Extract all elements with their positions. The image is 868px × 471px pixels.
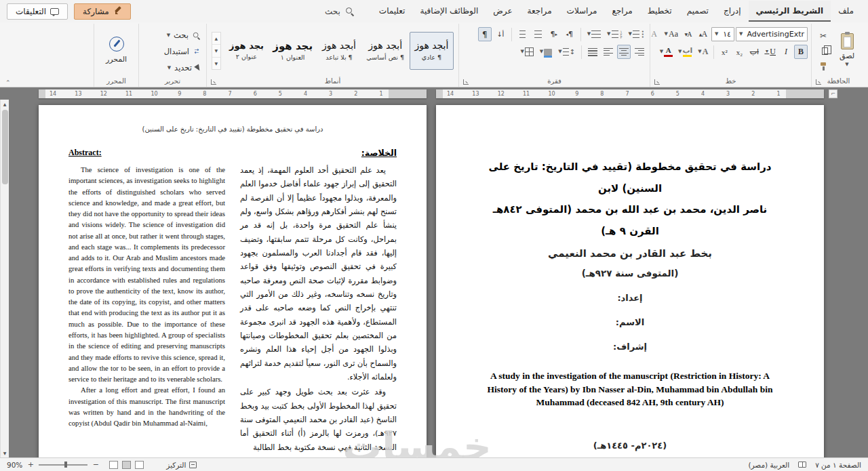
page-indicator[interactable]: الصفحة ١ من ٧ — [815, 461, 861, 469]
editor-button[interactable]: المحرر — [98, 25, 135, 75]
shrink-font-button[interactable]: A▼ — [682, 27, 695, 41]
strikethrough-button[interactable]: اب — [747, 45, 761, 59]
zoom-slider[interactable] — [39, 464, 87, 466]
scroll-down-icon[interactable]: ▼ — [3, 449, 7, 457]
print-layout-view-button[interactable] — [122, 461, 131, 469]
gallery-up-icon[interactable]: ▲ — [212, 33, 220, 45]
ruler-number: 4 — [302, 91, 309, 97]
copy-button[interactable] — [816, 44, 831, 58]
style-heading-1[interactable]: بجد هوز العنوان ١ — [271, 32, 315, 70]
rtl-text-direction-button[interactable]: ¶◂ — [563, 27, 576, 41]
collapse-ribbon-button[interactable]: ⌃ — [5, 79, 11, 86]
comments-label: التعليقات — [16, 7, 46, 16]
scroll-up-icon[interactable]: ▲ — [3, 100, 7, 108]
replace-button[interactable]: →← استبدال — [162, 44, 203, 59]
change-case-button[interactable]: Aa▼ — [663, 27, 680, 41]
zoom-slider-thumb[interactable] — [64, 462, 67, 468]
shading-button[interactable]: ▼ — [538, 45, 554, 59]
show-formatting-marks-button[interactable]: ¶ — [478, 27, 492, 41]
tab-help[interactable]: تعليمات — [372, 1, 413, 22]
bold-button[interactable]: B — [794, 45, 808, 59]
read-mode-view-button[interactable] — [135, 461, 144, 469]
underline-button[interactable]: U▼ — [762, 45, 778, 59]
title-line-1: دراسة في تحقيق مخطوطة (تقييد في التاريخ:… — [488, 161, 771, 194]
justify-button[interactable] — [586, 45, 599, 59]
tab-design[interactable]: تصميم — [679, 1, 716, 22]
font-name-select[interactable]: AdvertisingExtr ▼ — [736, 27, 808, 41]
borders-button[interactable]: ▼ — [518, 45, 535, 59]
tab-file[interactable]: ملف — [831, 1, 861, 22]
share-button[interactable]: مشاركة — [74, 3, 131, 20]
ribbon-search[interactable]: بحث — [325, 7, 354, 16]
font-group: AdvertisingExtr ▼ ١٤ ▼ A▲ A▼ Aa▼ A B I U… — [650, 24, 811, 87]
proofing-icon[interactable] — [798, 462, 806, 468]
chevron-down-icon: ▼ — [715, 32, 718, 37]
vertical-scrollbar[interactable]: ▲ ▼ — [0, 100, 9, 457]
superscript-button[interactable]: x² — [717, 45, 731, 59]
web-layout-view-button[interactable] — [109, 461, 118, 469]
doc-title-arabic: دراسة في تحقيق مخطوطة (تقييد في التاريخ:… — [478, 157, 782, 242]
style-normal[interactable]: أبجد هوز ¶ عادي — [410, 32, 454, 70]
grow-font-button[interactable]: A▲ — [696, 27, 710, 41]
italic-button[interactable]: I — [779, 45, 793, 59]
clipboard-dialog-launcher[interactable] — [816, 79, 821, 85]
line-spacing-button[interactable]: ↕▼ — [556, 45, 577, 59]
align-left-button[interactable] — [601, 45, 615, 59]
page-header: دراسة في تحقيق مخطوطة (تقييد في التاريخ:… — [68, 125, 397, 133]
cut-button[interactable]: ✂ — [816, 28, 831, 43]
subscript-button[interactable]: x₂ — [732, 45, 746, 59]
highlight-color-button[interactable]: اب ▼ — [676, 45, 694, 59]
style-body-text[interactable]: أبجد هوز ¶ نص أساسي — [363, 32, 408, 70]
zoom-out-button[interactable]: − — [92, 461, 99, 468]
numbering-icon: ١ ٢ ٣ — [620, 30, 623, 39]
tab-stop-selector[interactable]: ⌐ — [829, 89, 837, 98]
sort-button[interactable]: أ↓ — [494, 27, 507, 41]
numbering-button[interactable]: ١ ٢ ٣▼ — [605, 27, 624, 41]
ltr-text-direction-button[interactable]: ▸¶ — [547, 27, 561, 41]
paste-button[interactable]: لصق ▼ — [833, 25, 861, 75]
zoom-level[interactable]: 90% — [7, 461, 22, 469]
document-page-1[interactable]: دراسة في تحقيق مخطوطة (تقييد في التاريخ:… — [436, 105, 824, 457]
language-indicator[interactable]: العربية (مصر) — [748, 461, 789, 469]
styles-dialog-launcher[interactable] — [211, 79, 216, 85]
tab-insert[interactable]: إدراج — [716, 1, 749, 22]
find-button[interactable]: بحث ▼ — [165, 28, 203, 43]
increase-indent-button[interactable] — [516, 27, 530, 41]
comments-button[interactable]: التعليقات — [7, 3, 68, 20]
paragraph-dialog-launcher[interactable] — [463, 79, 469, 85]
style-heading-2[interactable]: بجد هوز عنوان ٢ — [224, 32, 269, 70]
styles-gallery-scrollbar[interactable]: ▲ ▼ ▼ — [212, 32, 221, 70]
font-size-select[interactable]: ١٤ ▼ — [711, 27, 734, 41]
ruler-page-1[interactable]: 1413121110987654321 — [436, 89, 824, 98]
focus-button[interactable]: التركيز — [166, 461, 197, 469]
document-page-2[interactable]: دراسة في تحقيق مخطوطة (تقييد في التاريخ:… — [39, 105, 427, 457]
select-button[interactable]: تحديد ▼ — [165, 60, 203, 75]
tab-home[interactable]: الشريط الرئيسي — [749, 1, 831, 22]
style-no-spacing[interactable]: أبجد هوز ¶ بلا تباعد — [317, 32, 361, 70]
ribbon-tab-bar: ملف الشريط الرئيسي إدراج تصميم تخطيط مرا… — [0, 0, 868, 22]
multilevel-list-button[interactable]: ▼ — [585, 27, 603, 41]
tab-layout[interactable]: تخطيط — [640, 1, 679, 22]
tab-view[interactable]: عرض — [486, 1, 519, 22]
ruler-number: 7 — [624, 91, 631, 97]
gallery-down-icon[interactable]: ▼ — [212, 45, 220, 57]
scrollbar-thumb[interactable] — [2, 110, 8, 184]
tab-references[interactable]: مراجع — [605, 1, 640, 22]
tab-review[interactable]: مراجعة — [520, 1, 559, 22]
bullets-button[interactable]: • • •▼ — [626, 27, 646, 41]
tab-addins[interactable]: الوظائف الإضافية — [412, 1, 486, 22]
gallery-expand-icon[interactable]: ▼ — [212, 58, 220, 69]
decrease-indent-button[interactable] — [532, 27, 545, 41]
format-painter-button[interactable] — [816, 60, 831, 74]
tab-mailings[interactable]: مراسلات — [559, 1, 605, 22]
ruler-number: 1 — [378, 91, 384, 97]
text-effects-button[interactable]: A▼ — [696, 45, 710, 59]
ruler-page-2[interactable]: 1413121110987654321 — [39, 89, 427, 98]
shrink-font-icon: A — [687, 30, 692, 38]
align-right-button[interactable] — [633, 45, 646, 59]
ruler-number: 7 — [226, 91, 233, 97]
font-dialog-launcher[interactable] — [654, 79, 660, 85]
font-color-button[interactable]: A ▼ — [658, 45, 675, 59]
align-center-button[interactable] — [617, 45, 631, 59]
zoom-in-button[interactable]: + — [27, 461, 34, 468]
